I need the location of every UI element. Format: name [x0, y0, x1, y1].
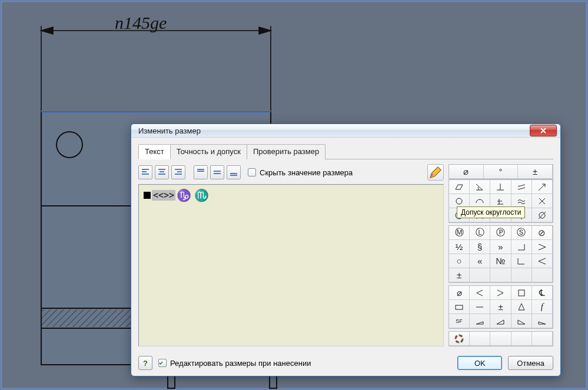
sym-numero[interactable]: №: [490, 254, 511, 268]
dialog-footer: ? Редактировать размеры при нанесении OK…: [131, 351, 560, 376]
sym-circle[interactable]: [449, 194, 470, 208]
svg-point-37: [519, 212, 524, 218]
dialog-title: Изменить размер: [138, 126, 530, 135]
sym-angle[interactable]: [470, 180, 490, 194]
sym-slash-circle2[interactable]: ⌀: [449, 286, 470, 300]
sym-circled-s[interactable]: Ⓢ: [511, 226, 532, 240]
valign-top-button[interactable]: [194, 165, 208, 179]
pencil-icon: [428, 165, 443, 180]
sym-pm2[interactable]: ±: [490, 300, 511, 314]
tab-text[interactable]: Текст: [138, 144, 171, 159]
sym-color-wheel[interactable]: [449, 332, 470, 346]
sym-parallelogram[interactable]: [449, 180, 470, 194]
edit-on-place-label: Редактировать размеры при нанесении: [170, 359, 311, 368]
sym-degree[interactable]: °: [484, 165, 519, 179]
sym-tri-open[interactable]: [532, 240, 553, 254]
sym-arc2[interactable]: [490, 208, 511, 222]
sym-pm-small[interactable]: ±: [449, 268, 470, 282]
ok-button[interactable]: OK: [457, 356, 502, 370]
sym-arc-bracket[interactable]: [470, 208, 490, 222]
sym-concentric[interactable]: [449, 208, 470, 222]
sym-diameter[interactable]: ⌀: [449, 165, 484, 179]
tab-precision-tolerance[interactable]: Точность и допуск: [170, 144, 247, 159]
edit-on-place-checkbox[interactable]: [158, 359, 167, 367]
sym-slope1[interactable]: [470, 314, 490, 328]
dimension-text: n145ge: [115, 13, 167, 33]
sym-circled-l[interactable]: Ⓛ: [470, 226, 490, 240]
sym-x[interactable]: [532, 194, 553, 208]
svg-point-35: [456, 212, 463, 219]
sym-half[interactable]: ½: [449, 240, 470, 254]
sym-flag-left[interactable]: [470, 286, 490, 300]
align-right-button[interactable]: [171, 165, 185, 179]
sym-angle-open[interactable]: [511, 240, 532, 254]
symbol-palette: ⌀ ° ±: [449, 164, 553, 346]
sym-circled-slash[interactable]: ⊘: [532, 226, 553, 240]
square-symbol-icon: [144, 192, 151, 199]
sym-blank4: [532, 268, 553, 282]
help-icon: ?: [143, 359, 148, 368]
align-left-button[interactable]: [138, 165, 152, 179]
sym-plus-minus[interactable]: ±: [518, 165, 553, 179]
sym-slash-o[interactable]: [532, 208, 553, 222]
cancel-button[interactable]: Отмена: [508, 356, 553, 370]
sym-line[interactable]: [470, 300, 490, 314]
svg-rect-39: [519, 290, 524, 296]
sym-square[interactable]: [511, 286, 532, 300]
hide-dimension-checkbox[interactable]: [248, 168, 256, 176]
sym-slope3[interactable]: [511, 314, 532, 328]
palette-group-gdt: Ⓜ Ⓛ Ⓟ Ⓢ ⊘ ½ § » ○ « № ±: [449, 225, 553, 283]
sym-approx[interactable]: [511, 194, 532, 208]
sym-half-arc[interactable]: [470, 194, 490, 208]
help-button[interactable]: ?: [138, 356, 152, 370]
valign-bottom-button[interactable]: [227, 165, 241, 179]
sym-circled-p[interactable]: Ⓟ: [490, 226, 511, 240]
color-wheel-icon: [454, 334, 464, 344]
sym-blank1: [470, 268, 490, 282]
tab-bar: Текст Точность и допуск Проверить размер: [138, 144, 553, 159]
sym-perpendicular[interactable]: [490, 180, 511, 194]
dimension-text-area[interactable]: <<>> ♑ ♏: [138, 184, 444, 346]
valign-middle-button[interactable]: [210, 165, 224, 179]
checkmark-icon: [159, 360, 163, 366]
sym-slope4[interactable]: [532, 314, 553, 328]
sym-last-blank3: [511, 332, 532, 346]
tab-check-dimension[interactable]: Проверить размер: [247, 144, 325, 159]
sym-balloon[interactable]: [511, 208, 532, 222]
sym-last-blank2: [490, 332, 511, 346]
sym-flag-right[interactable]: [490, 286, 511, 300]
sym-arrow-ne[interactable]: [532, 180, 553, 194]
sym-blank3: [511, 268, 532, 282]
palette-group-finish: ⌀ ℄ ± f SF: [449, 285, 553, 329]
svg-rect-9: [42, 309, 136, 327]
svg-marker-14: [259, 27, 271, 34]
sym-sf-box[interactable]: SF: [449, 314, 470, 328]
sym-dbl-lt[interactable]: «: [470, 254, 490, 268]
sym-f-script[interactable]: f: [532, 300, 553, 314]
palette-group-geom: [449, 179, 553, 223]
dialog-titlebar[interactable]: Изменить размер: [131, 124, 560, 138]
svg-point-43: [456, 335, 463, 342]
sym-box-outline[interactable]: [449, 300, 470, 314]
sym-equal-slant[interactable]: [511, 180, 532, 194]
svg-point-34: [456, 198, 462, 204]
sym-centerline[interactable]: ℄: [532, 286, 553, 300]
palette-group-last: [449, 331, 553, 346]
dimension-placeholder-token: <<>>: [152, 190, 175, 201]
align-center-button[interactable]: [155, 165, 169, 179]
modify-dimension-dialog: Изменить размер Текст Точность и допуск …: [131, 124, 561, 376]
edit-text-button[interactable]: [427, 164, 444, 181]
sym-angle-open2[interactable]: [511, 254, 532, 268]
sym-circled-m[interactable]: Ⓜ: [449, 226, 470, 240]
close-button[interactable]: [530, 125, 557, 136]
sym-section[interactable]: §: [470, 240, 490, 254]
sym-tri-open2[interactable]: [532, 254, 553, 268]
svg-marker-13: [41, 27, 53, 34]
appended-symbols: ♑ ♏: [177, 188, 209, 202]
sym-circle-small[interactable]: ○: [449, 254, 470, 268]
sym-dbl-angle[interactable]: »: [490, 240, 511, 254]
svg-rect-40: [456, 305, 463, 309]
sym-perp-notequal[interactable]: [490, 194, 511, 208]
sym-slope2[interactable]: [490, 314, 511, 328]
sym-cone[interactable]: [511, 300, 532, 314]
